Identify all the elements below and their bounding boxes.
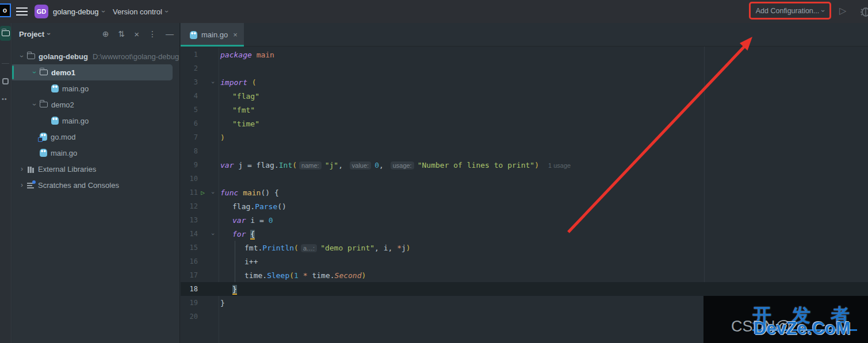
code-line-content[interactable]: import ( [218, 78, 257, 87]
fold-icon[interactable]: › [209, 187, 217, 198]
run-gutter-icon[interactable]: ▷ [198, 189, 208, 196]
project-tool-window-button[interactable] [0, 26, 11, 41]
code-line-content[interactable]: flag.Parse() [218, 202, 286, 211]
tree-row-scratches[interactable]: › Scratches and Consoles [12, 177, 179, 193]
code-line[interactable]: 9var j = flag.Int(name:"j", value:0, usa… [181, 158, 868, 172]
code-line-content[interactable]: var j = flag.Int(name:"j", value:0, usag… [218, 161, 571, 169]
code-line[interactable]: 2 [181, 61, 868, 75]
code-token: } [220, 299, 225, 307]
code-line[interactable]: 16i++ [181, 255, 868, 268]
chevron-down-icon: › [820, 10, 827, 12]
chevron-expanded-icon[interactable]: › [30, 67, 39, 78]
line-number: 20 [181, 313, 198, 321]
project-panel-title[interactable]: Project › [19, 30, 50, 38]
chevron-expanded-icon[interactable]: › [18, 51, 26, 61]
tree-row-root-main-go[interactable]: main.go [12, 145, 179, 161]
code-line-content[interactable]: func main() { [218, 188, 279, 197]
matched-brace: } [232, 285, 237, 295]
code-line-content[interactable]: } [218, 285, 237, 294]
tree-row-go-mod[interactable]: go.mod [12, 129, 179, 145]
code-token: * [303, 271, 308, 280]
code-line-content[interactable]: var i = 0 [218, 216, 273, 225]
expand-all-icon[interactable]: ⇅ [118, 29, 125, 38]
code-token: "Number of lines to print" [418, 161, 535, 169]
code-line-content[interactable]: for { [218, 230, 255, 238]
code-line[interactable]: 8 [181, 144, 868, 158]
tab-close-icon[interactable]: × [233, 30, 238, 39]
code-line-content[interactable]: time.Sleep(1 * time.Second) [218, 271, 366, 280]
tree-row-demo2[interactable]: › demo2 [12, 97, 179, 113]
code-token: () [277, 202, 286, 211]
line-number: 7 [181, 133, 198, 141]
structure-tool-window-button[interactable] [2, 78, 9, 84]
code-line-content[interactable]: package main [218, 51, 274, 59]
code-line[interactable]: 11▷›func main() { [181, 186, 868, 199]
code-line-content[interactable]: } [218, 299, 225, 307]
code-line-content[interactable]: i++ [218, 257, 258, 266]
line-number: 13 [181, 216, 198, 224]
inlay-hint: name: [299, 161, 322, 169]
code-line[interactable]: 14›for { [181, 227, 868, 241]
project-panel: Project › ⊕ ⇅ × ⋮ — › golang-debug D:\ww… [12, 23, 180, 343]
code-line-content[interactable]: "flag" [218, 92, 259, 101]
debug-icon[interactable] [859, 6, 868, 17]
code-line-content[interactable]: ) [218, 133, 225, 142]
go-file-icon [190, 31, 197, 39]
line-number: 4 [181, 92, 198, 100]
code-token: () { [261, 188, 278, 197]
code-line[interactable]: 3›import ( [181, 75, 868, 89]
watermark-site-text: DevZe.CoM [754, 318, 851, 339]
code-line[interactable]: 15fmt.Println(a…:"demo print", i, *j) [181, 241, 868, 255]
code-line-content[interactable]: "time" [218, 120, 259, 128]
select-opened-file-icon[interactable]: ⊕ [102, 29, 109, 38]
main-menu-icon[interactable] [16, 7, 28, 16]
hide-panel-icon[interactable]: — [166, 29, 174, 38]
code-token: ) [362, 271, 366, 280]
code-line-content[interactable]: "fmt" [218, 106, 255, 114]
collapse-all-icon[interactable]: × [134, 29, 139, 39]
line-number: 2 [181, 64, 198, 72]
editor-tab-main-go[interactable]: main.go × [181, 23, 244, 47]
project-switcher[interactable]: golang-debug › [53, 0, 105, 23]
run-icon[interactable]: ▷ [839, 5, 846, 16]
code-line[interactable]: 18} [181, 282, 868, 296]
code-line[interactable]: 12flag.Parse() [181, 199, 868, 213]
inlay-hint: a…: [301, 244, 317, 252]
code-line[interactable]: 13var i = 0 [181, 213, 868, 227]
line-number: 8 [181, 147, 198, 155]
tree-row-golang-debug[interactable]: › golang-debug D:\wwwroot\golang-debug [12, 48, 179, 64]
more-tool-windows-button[interactable]: •• [2, 95, 7, 102]
code-area[interactable]: 1package main23›import (4"flag"5"fmt"6"t… [181, 48, 868, 323]
tree-row-demo2-main-go[interactable]: main.go [12, 113, 179, 129]
fold-icon[interactable]: › [209, 77, 217, 87]
vcs-widget[interactable]: Version control › [113, 0, 168, 23]
tree-row-demo1-main-go[interactable]: main.go [12, 80, 179, 97]
tree-row-demo1[interactable]: › demo1 [12, 64, 173, 80]
code-line[interactable]: 1package main [181, 48, 868, 61]
go-mod-icon [40, 133, 47, 141]
code-line[interactable]: 4"flag" [181, 89, 868, 103]
code-line[interactable]: 6"time" [181, 117, 868, 130]
add-configuration-button[interactable]: Add Configuration... › [756, 7, 825, 15]
line-number: 3 [181, 78, 198, 86]
chevron-expanded-icon[interactable]: › [30, 99, 39, 110]
chevron-collapsed-icon[interactable]: › [17, 181, 27, 189]
line-number: 16 [181, 257, 198, 265]
code-line[interactable]: 5"fmt" [181, 103, 868, 117]
project-path: D:\wwwroot\golang-debug [93, 52, 179, 61]
code-line[interactable]: 10 [181, 172, 868, 186]
chevron-collapsed-icon[interactable]: › [17, 165, 27, 173]
fold-icon[interactable]: › [209, 229, 217, 239]
line-number: 9 [181, 161, 198, 169]
code-line-content[interactable]: fmt.Println(a…:"demo print", i, *j) [218, 244, 411, 252]
code-line[interactable]: 17time.Sleep(1 * time.Second) [181, 268, 868, 282]
panel-options-icon[interactable]: ⋮ [148, 29, 156, 38]
tree-row-external-libraries[interactable]: › External Libraries [12, 161, 179, 177]
code-token: Sleep [267, 271, 289, 280]
line-number: 12 [181, 202, 198, 210]
code-token: ) [220, 133, 225, 142]
project-panel-header: Project › ⊕ ⇅ × ⋮ — [12, 23, 179, 45]
code-line[interactable]: 7) [181, 130, 868, 144]
code-token: "demo print" [320, 244, 374, 252]
code-token: import [220, 78, 247, 87]
